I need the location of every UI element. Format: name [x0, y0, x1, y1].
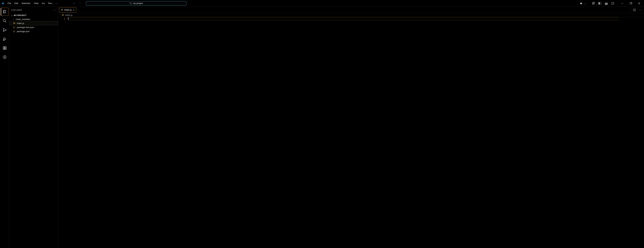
- nav-forward-icon[interactable]: →: [77, 1, 82, 5]
- code-editor[interactable]: 1: [58, 17, 644, 248]
- vscode-logo-icon: [1, 2, 4, 5]
- svg-rect-12: [630, 3, 632, 4]
- tree-item-file[interactable]: { } package.json: [10, 29, 58, 33]
- svg-rect-4: [592, 2, 593, 3]
- svg-point-0: [130, 2, 131, 4]
- code-content[interactable]: [68, 17, 644, 248]
- svg-rect-18: [3, 47, 4, 48]
- svg-rect-8: [599, 2, 600, 4]
- explorer-title: EXPLORER: [12, 9, 22, 11]
- svg-point-13: [3, 19, 6, 22]
- explorer-sidebar: EXPLORER ··· ⌄ MY-PROJECT node_modules J…: [10, 7, 58, 248]
- json-file-icon: { }: [13, 26, 16, 28]
- tree-item-label: index.js: [17, 22, 24, 25]
- text-cursor: [68, 17, 68, 20]
- svg-point-14: [3, 28, 4, 29]
- chevron-down-icon: ⌄: [11, 14, 13, 17]
- activity-search[interactable]: [1, 17, 9, 25]
- nav-history: ← →: [72, 1, 82, 5]
- search-icon: [130, 2, 132, 5]
- chevron-down-icon[interactable]: ⌄: [585, 2, 588, 5]
- tree-item-file[interactable]: { } package-lock.json: [10, 25, 58, 29]
- js-file-icon: JS: [61, 9, 63, 11]
- copilot-icon[interactable]: [578, 1, 584, 6]
- activity-bar: [0, 7, 10, 248]
- explorer-more-icon[interactable]: ···: [53, 9, 56, 12]
- editor-more-icon[interactable]: ···: [638, 8, 643, 13]
- svg-rect-1: [580, 3, 582, 4]
- js-file-icon: JS: [62, 14, 64, 16]
- menu-file[interactable]: File: [6, 1, 12, 5]
- menu-edit[interactable]: Edit: [13, 1, 20, 5]
- toggle-primary-sidebar-icon[interactable]: [597, 1, 603, 6]
- editor-tab[interactable]: JS index.js ×: [59, 8, 76, 13]
- svg-point-15: [3, 31, 4, 32]
- command-center[interactable]: my-project: [86, 1, 186, 6]
- project-root[interactable]: ⌄ MY-PROJECT: [10, 14, 58, 17]
- svg-rect-10: [605, 4, 608, 4]
- svg-rect-21: [5, 47, 6, 48]
- line-number-gutter: 1: [58, 17, 68, 248]
- activity-source-control[interactable]: [1, 26, 9, 34]
- titlebar-right: ⌄: [578, 1, 644, 6]
- js-file-icon: JS: [13, 22, 16, 24]
- split-editor-icon[interactable]: [632, 8, 637, 13]
- svg-rect-11: [612, 2, 614, 4]
- activity-explorer[interactable]: [1, 8, 9, 16]
- layout-customize-icon[interactable]: [591, 1, 596, 6]
- svg-point-2: [580, 3, 581, 4]
- svg-rect-5: [594, 2, 595, 3]
- svg-point-17: [3, 40, 4, 41]
- editor-tabbar: JS index.js × ···: [58, 7, 644, 13]
- menu-view[interactable]: View: [32, 1, 40, 5]
- tree-item-label: package-lock.json: [17, 26, 34, 29]
- editor-actions: ···: [630, 7, 644, 13]
- svg-point-3: [581, 3, 582, 4]
- menu-go[interactable]: Go: [40, 1, 46, 5]
- breadcrumb[interactable]: JS index.js: [58, 13, 644, 17]
- editor-area: JS index.js × ··· JS index.js 1: [58, 7, 644, 248]
- tree-item-label: node_modules: [16, 18, 30, 21]
- breadcrumb-text: index.js: [65, 14, 72, 16]
- menu-run[interactable]: Run: [46, 1, 54, 5]
- menu-selection[interactable]: Selection: [20, 1, 32, 5]
- activity-extensions[interactable]: [1, 44, 9, 52]
- window-close-icon[interactable]: [635, 1, 643, 6]
- toggle-secondary-sidebar-icon[interactable]: [610, 1, 616, 6]
- explorer-header: EXPLORER ···: [10, 7, 58, 14]
- svg-rect-19: [3, 48, 4, 50]
- tree-item-label: package.json: [17, 30, 30, 33]
- svg-rect-20: [5, 48, 6, 50]
- svg-rect-6: [592, 4, 593, 5]
- toggle-panel-icon[interactable]: [604, 1, 609, 6]
- line-number: 1: [58, 18, 65, 20]
- project-name: MY-PROJECT: [14, 14, 26, 16]
- close-tab-icon[interactable]: ×: [73, 9, 74, 11]
- title-bar: File Edit Selection View Go Run ··· ← → …: [0, 0, 644, 7]
- activity-thunder-icon[interactable]: [1, 53, 9, 61]
- activity-run-debug[interactable]: [1, 35, 9, 43]
- nav-back-icon[interactable]: ←: [72, 1, 77, 5]
- tree-item-file[interactable]: JS index.js: [10, 21, 58, 25]
- window-maximize-icon[interactable]: [627, 1, 634, 6]
- command-center-text: my-project: [133, 2, 143, 5]
- editor-tab-label: index.js: [64, 9, 72, 11]
- window-minimize-icon[interactable]: [618, 1, 626, 6]
- menu-overflow[interactable]: ···: [54, 2, 59, 5]
- file-tree: node_modules JS index.js { } package-loc…: [10, 17, 58, 35]
- current-line-highlight: [68, 17, 619, 20]
- main-menu: File Edit Selection View Go Run ···: [6, 1, 59, 5]
- tree-item-folder[interactable]: node_modules: [10, 17, 58, 21]
- json-file-icon: { }: [13, 30, 16, 32]
